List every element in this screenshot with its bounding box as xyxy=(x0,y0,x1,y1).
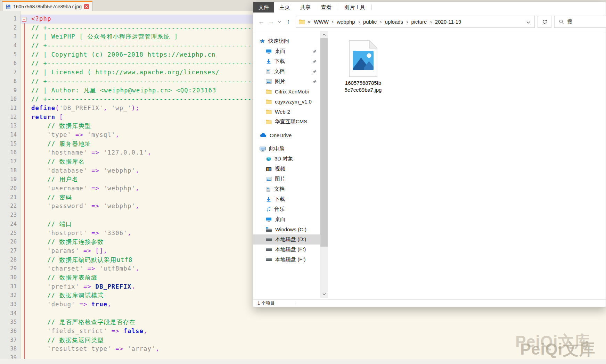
sidebar-item-desktop-pinned[interactable]: 桌面 xyxy=(253,46,320,56)
line-number: 24 xyxy=(0,220,20,229)
code-line-36[interactable]: 36 'fields_strict' => false, xyxy=(0,327,606,336)
sidebar-item-drive-d[interactable]: 本地磁盘 (D:) xyxy=(253,234,320,245)
sidebar-item-label: 图片 xyxy=(275,78,285,85)
breadcrumb-item-2020-11-19[interactable]: 2020-11-19 xyxy=(433,19,464,25)
menu-view[interactable]: 查看 xyxy=(316,2,337,13)
sidebar-item-documents[interactable]: 文档 xyxy=(253,184,320,194)
menu-picture-tools[interactable]: 图片工具 xyxy=(339,2,370,13)
code-token: // 数据库类型 xyxy=(47,122,91,129)
line-number: 10 xyxy=(0,95,20,104)
code-token xyxy=(99,149,104,156)
recent-locations-icon[interactable] xyxy=(276,13,283,31)
line-number: 3 xyxy=(0,32,20,41)
sidebar-item-huayi-cms[interactable]: 华宜互联CMS xyxy=(253,117,320,127)
sidebar-item-3d-objects[interactable]: 3D 对象 xyxy=(253,154,320,164)
line-number: 36 xyxy=(0,327,20,336)
file-list-area[interactable]: 16057568785fb 5e7ce89ba7.jpg xyxy=(328,31,606,300)
sidebar-item-downloads-pinned[interactable]: 下载 xyxy=(253,56,320,66)
file-item[interactable]: 16057568785fb 5e7ce89ba7.jpg xyxy=(334,40,393,93)
editor-horizontal-scrollbar[interactable] xyxy=(0,359,606,364)
back-button[interactable]: ← xyxy=(256,13,267,31)
forward-button[interactable]: → xyxy=(267,13,276,31)
sidebar-item-citrix-xenmobi[interactable]: Citrix XenMobi xyxy=(253,86,320,97)
editor-tab[interactable]: 16057568785fb5e7ce89ba7.jpg xyxy=(2,1,92,11)
explorer-toolbar: ← → ↑ « WWW›webphp›public›uploads›pictur… xyxy=(253,13,606,31)
search-input[interactable]: 搜 xyxy=(554,16,606,28)
code-line-37[interactable]: 37 // 数据集返回类型 xyxy=(0,336,606,345)
code-token: 'hostname' xyxy=(47,149,87,156)
code-token: , xyxy=(107,301,112,308)
sidebar-item-onedrive[interactable]: OneDrive xyxy=(253,130,320,140)
breadcrumb-separator-icon[interactable]: › xyxy=(358,19,360,25)
code-token: // | Copyright (c) 2006~2018 xyxy=(31,51,148,58)
breadcrumb-item-public[interactable]: public xyxy=(361,19,379,25)
code-token: // 数据库调试模式 xyxy=(47,292,104,299)
code-token: => xyxy=(91,185,99,192)
code-token xyxy=(31,274,47,281)
code-line-39[interactable]: 39 xyxy=(0,354,606,359)
sidebar-item-web-2[interactable]: Web-2 xyxy=(253,107,320,117)
address-dropdown-icon[interactable] xyxy=(525,19,532,25)
menu-share[interactable]: 共享 xyxy=(295,2,316,13)
code-token xyxy=(107,105,112,111)
line-number: 5 xyxy=(0,50,20,59)
code-token: , xyxy=(136,185,140,192)
code-token: 'password' xyxy=(47,202,87,209)
sidebar-item-label: cqyxwzym_v1.0 xyxy=(275,99,312,105)
breadcrumb-item-picture[interactable]: picture xyxy=(409,19,429,25)
sidebar-item-music[interactable]: 音乐 xyxy=(253,204,320,214)
code-line-34[interactable]: 34 xyxy=(0,309,606,318)
sidebar-item-cqyxwzym[interactable]: cqyxwzym_v1.0 xyxy=(253,97,320,107)
code-token: ( xyxy=(55,105,59,111)
editor-tab-title: 16057568785fb5e7ce89ba7.jpg xyxy=(13,4,82,9)
code-token xyxy=(31,318,47,325)
line-number: 18 xyxy=(0,166,20,175)
line-number: 30 xyxy=(0,273,20,282)
sidebar-item-pictures-pinned[interactable]: 图片 xyxy=(253,76,320,86)
sidebar-scrollbar[interactable] xyxy=(320,31,328,298)
breadcrumb-item-uploads[interactable]: uploads xyxy=(383,19,406,25)
sidebar-item-this-pc[interactable]: 此电脑 xyxy=(253,144,320,154)
sidebar-item-drive-c[interactable]: Windows (C:) xyxy=(253,224,320,234)
code-token: , xyxy=(128,230,132,237)
sidebar-item-drive-e[interactable]: 本地磁盘 (E:) xyxy=(253,245,320,255)
breadcrumb-item-WWW[interactable]: WWW xyxy=(312,19,330,25)
menu-file[interactable]: 文件 xyxy=(253,2,274,13)
code-token: , xyxy=(156,345,160,352)
scroll-up-icon[interactable] xyxy=(320,32,328,38)
breadcrumb-separator-icon[interactable]: › xyxy=(379,19,382,25)
address-bar[interactable]: « WWW›webphp›public›uploads›picture›2020… xyxy=(296,16,535,28)
sidebar-item-quick-access[interactable]: 快速访问 xyxy=(253,36,320,46)
code-token: => xyxy=(83,283,91,290)
code-line-35[interactable]: 35 // 是否严格检查字段是否存在 xyxy=(0,318,606,327)
sidebar-item-documents-pinned[interactable]: 文档 xyxy=(253,66,320,76)
breadcrumb-item-webphp[interactable]: webphp xyxy=(335,19,357,25)
music-icon xyxy=(266,207,271,212)
close-tab-icon[interactable] xyxy=(84,4,89,9)
menu-home[interactable]: 主页 xyxy=(274,2,295,13)
scroll-down-icon[interactable] xyxy=(320,291,328,297)
line-number: 8 xyxy=(0,77,20,86)
up-button[interactable]: ↑ xyxy=(283,13,294,31)
code-token: // 数据库编码默认采用utf8 xyxy=(47,256,132,263)
line-number: 19 xyxy=(0,175,20,184)
scrollbar-thumb[interactable] xyxy=(320,38,328,247)
code-token: 'DB_PREFIX' xyxy=(59,105,104,111)
folder-icon xyxy=(266,119,272,124)
code-token: => xyxy=(88,265,96,272)
refresh-button[interactable] xyxy=(538,16,551,28)
sidebar-item-drive-f[interactable]: 本地磁盘 (F:) xyxy=(253,255,320,265)
code-token: https://weiphp.cn xyxy=(148,51,216,58)
code-token: , xyxy=(136,202,140,209)
sidebar-item-videos[interactable]: 视频 xyxy=(253,164,320,174)
this-pc-icon xyxy=(260,146,266,152)
sidebar-item-pictures[interactable]: 图片 xyxy=(253,174,320,184)
breadcrumb-separator-icon[interactable]: › xyxy=(331,19,334,25)
breadcrumb-separator-icon[interactable]: › xyxy=(429,19,432,25)
sidebar-item-desktop[interactable]: 桌面 xyxy=(253,214,320,224)
fold-collapse-icon[interactable]: − xyxy=(22,17,26,22)
breadcrumb-separator-icon[interactable]: › xyxy=(406,19,408,25)
code-token xyxy=(88,230,92,237)
code-line-38[interactable]: 38 'resultset_type' => 'array', xyxy=(0,345,606,354)
sidebar-item-downloads[interactable]: 下载 xyxy=(253,194,320,204)
